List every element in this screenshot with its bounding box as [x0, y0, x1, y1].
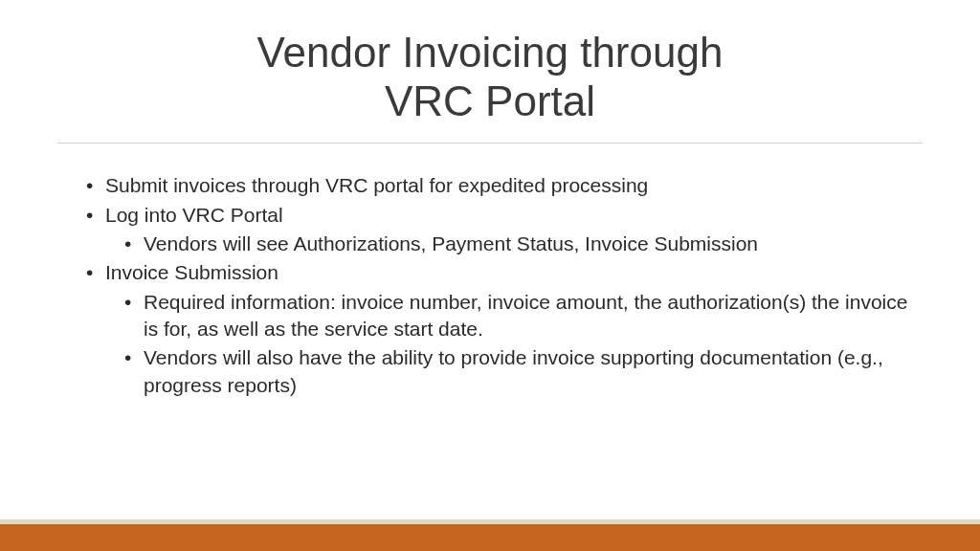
list-item: Invoice Submission: [86, 259, 913, 286]
title-line-2: VRC Portal: [385, 77, 595, 124]
list-item: Required information: invoice number, in…: [124, 289, 913, 343]
slide-title: Vendor Invoicing through VRC Portal: [57, 29, 923, 125]
title-divider: [57, 143, 923, 143]
slide-container: Vendor Invoicing through VRC Portal Subm…: [0, 0, 980, 551]
footer-accent-bars: [0, 519, 980, 551]
title-line-1: Vendor Invoicing through: [257, 29, 724, 76]
list-item: Vendors will see Authorizations, Payment…: [124, 231, 913, 257]
bullet-list: Submit invoices through VRC portal for e…: [86, 172, 913, 399]
slide-content: Submit invoices through VRC portal for e…: [57, 172, 923, 399]
list-item: Vendors will also have the ability to pr…: [124, 344, 913, 399]
list-item: Log into VRC Portal: [86, 202, 913, 229]
footer-bar-orange: [0, 524, 980, 551]
list-item: Submit invoices through VRC portal for e…: [86, 172, 913, 199]
